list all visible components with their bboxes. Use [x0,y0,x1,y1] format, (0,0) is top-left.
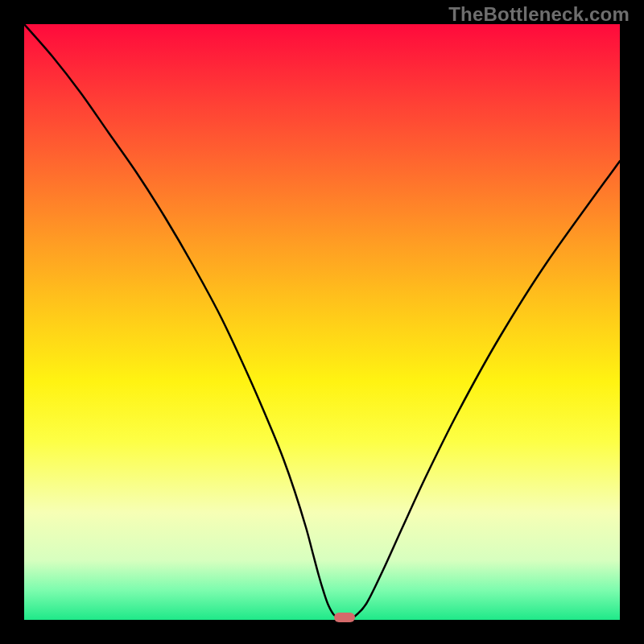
optimal-marker [334,613,355,622]
plot-area [24,24,620,620]
bottleneck-curve [24,24,620,620]
watermark-text: TheBottleneck.com [448,3,630,26]
chart-container: TheBottleneck.com [0,0,644,644]
